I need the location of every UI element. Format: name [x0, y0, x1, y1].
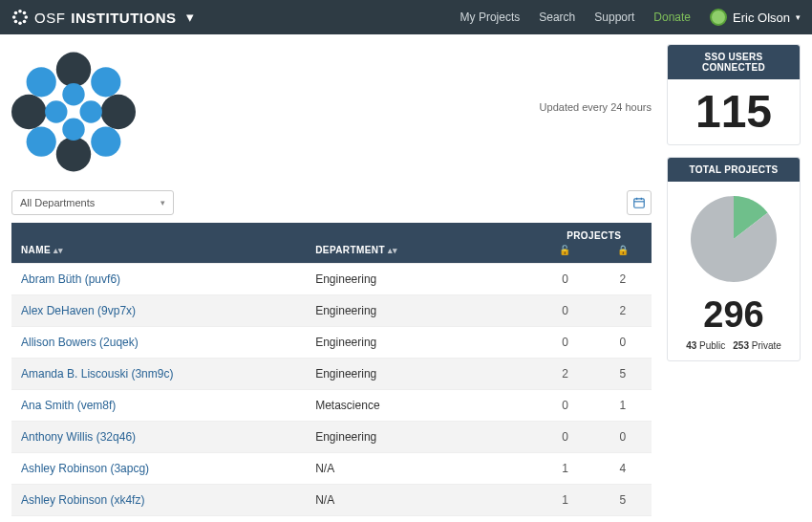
brand-bold: INSTITUTIONS	[71, 10, 176, 26]
dept-cell: N/A	[306, 485, 536, 516]
table-row: Ashley Robinson (xk4fz)N/A15	[11, 485, 652, 516]
svg-point-12	[56, 137, 91, 171]
public-count-cell: 0	[536, 264, 593, 295]
table-row: Anthony Willis (32q46)Engineering00	[11, 422, 652, 453]
dept-cell: Metascience	[306, 390, 536, 422]
avatar	[710, 9, 727, 26]
svg-point-16	[62, 83, 84, 105]
chevron-down-icon: ▾	[796, 12, 801, 22]
private-count-cell: 1	[594, 390, 652, 422]
col-header-department[interactable]: DEPARTMENT▴▾	[306, 223, 536, 264]
table-row: Ashley Robinson (3apcg)N/A14	[11, 453, 652, 485]
projects-pie-chart	[686, 191, 781, 287]
public-count-cell: 1	[536, 453, 593, 485]
unlock-icon: 🔓	[559, 245, 570, 255]
department-select[interactable]: All Departments ▾	[11, 190, 174, 215]
svg-point-5	[14, 20, 18, 24]
public-count-cell: 0	[536, 516, 593, 523]
svg-point-7	[14, 11, 18, 15]
svg-point-6	[12, 15, 16, 19]
user-link[interactable]: Amanda B. Liscouski (3nm9c)	[21, 367, 173, 381]
user-link[interactable]: Alex DeHaven (9vp7x)	[21, 304, 136, 317]
top-nav: OSFINSTITUTIONS ▾ My Projects Search Sup…	[0, 0, 812, 34]
nav-search[interactable]: Search	[539, 11, 575, 24]
private-count-cell: 5	[594, 359, 652, 390]
brand-thin: OSF	[34, 10, 65, 26]
table-row: Allison Bowers (2uqek)Engineering00	[11, 327, 652, 359]
user-link[interactable]: Ana Smith (vem8f)	[21, 399, 116, 412]
col-header-public[interactable]: 🔓	[536, 243, 593, 264]
public-count-cell: 2	[536, 359, 593, 390]
nav-donate[interactable]: Donate	[653, 11, 691, 24]
private-count-cell: 0	[594, 327, 652, 359]
dept-cell: Engineering	[306, 295, 536, 327]
user-menu[interactable]: Eric Olson ▾	[710, 9, 801, 26]
svg-rect-20	[634, 199, 645, 207]
private-count-cell: 4	[594, 453, 652, 485]
chevron-down-icon: ▾	[160, 198, 165, 207]
svg-point-0	[18, 10, 22, 13]
svg-point-14	[11, 95, 46, 129]
user-link[interactable]: Abram Büth (puvf6)	[21, 272, 120, 286]
nav-support[interactable]: Support	[594, 11, 634, 24]
private-count-cell: 2	[594, 295, 652, 327]
public-count-cell: 0	[536, 295, 593, 327]
svg-point-13	[27, 127, 56, 157]
total-projects-title: TOTAL PROJECTS	[668, 158, 800, 182]
dept-cell: Engineering	[306, 327, 536, 359]
dept-cell: Engineering	[306, 516, 536, 523]
table-row: Amanda B. Liscouski (3nm9c)Engineering25	[11, 359, 652, 390]
sso-card: SSO USERS CONNECTED 115	[667, 44, 801, 145]
table-row: Ana Smith (vem8f)Metascience01	[11, 390, 652, 422]
table-row: Abram Büth (puvf6)Engineering02	[11, 264, 652, 295]
updated-text: Updated every 24 hours	[540, 44, 652, 113]
svg-point-2	[25, 15, 29, 19]
private-count-cell: 0	[594, 516, 652, 523]
private-count-cell: 2	[594, 264, 652, 295]
svg-point-18	[62, 119, 84, 141]
svg-point-3	[23, 20, 27, 24]
brand[interactable]: OSFINSTITUTIONS ▾	[11, 9, 194, 26]
osf-logo-icon	[11, 9, 29, 26]
dept-cell: N/A	[306, 453, 536, 485]
calendar-icon	[632, 196, 646, 209]
pie-legend: 43 Public 253 Private	[677, 340, 790, 351]
lock-icon: 🔒	[617, 245, 629, 255]
col-header-private[interactable]: 🔒	[594, 243, 652, 264]
svg-point-4	[18, 22, 22, 26]
svg-point-17	[80, 100, 102, 122]
sort-icon: ▴▾	[53, 246, 64, 255]
dept-cell: Engineering	[306, 264, 536, 295]
svg-point-19	[45, 100, 67, 122]
calendar-button[interactable]	[627, 190, 652, 215]
col-header-projects: PROJECTS	[536, 223, 652, 243]
col-header-name[interactable]: NAME▴▾	[11, 223, 306, 264]
sso-value: 115	[677, 89, 790, 135]
public-count-cell: 0	[536, 422, 593, 453]
svg-point-10	[101, 95, 136, 129]
user-link[interactable]: Anthony Willis (32q46)	[21, 430, 136, 444]
svg-point-9	[91, 67, 120, 97]
users-table: NAME▴▾ DEPARTMENT▴▾ PROJECTS 🔓 🔒 Abram B…	[11, 223, 652, 522]
nav-my-projects[interactable]: My Projects	[460, 11, 521, 24]
user-link[interactable]: Ashley Robinson (3apcg)	[21, 462, 149, 475]
table-row: Alex DeHaven (9vp7x)Engineering02	[11, 295, 652, 327]
chevron-down-icon[interactable]: ▾	[186, 9, 195, 26]
svg-point-15	[27, 67, 56, 97]
sso-card-title: SSO USERS CONNECTED	[668, 45, 800, 79]
total-projects-value: 296	[677, 296, 790, 333]
svg-point-8	[56, 53, 91, 87]
public-count-cell: 0	[536, 390, 593, 422]
user-link[interactable]: Allison Bowers (2uqek)	[21, 336, 139, 349]
sort-icon: ▴▾	[388, 246, 398, 255]
svg-point-1	[23, 11, 27, 15]
public-count-cell: 0	[536, 327, 593, 359]
user-link[interactable]: Ashley Robinson (xk4fz)	[21, 493, 144, 507]
table-row: Barb Banter (udcte)Engineering00	[11, 516, 652, 523]
dept-cell: Engineering	[306, 422, 536, 453]
private-count-cell: 0	[594, 422, 652, 453]
department-select-label: All Departments	[20, 197, 95, 208]
svg-point-11	[91, 127, 120, 157]
institution-logo	[11, 44, 136, 185]
public-count-cell: 1	[536, 485, 593, 516]
